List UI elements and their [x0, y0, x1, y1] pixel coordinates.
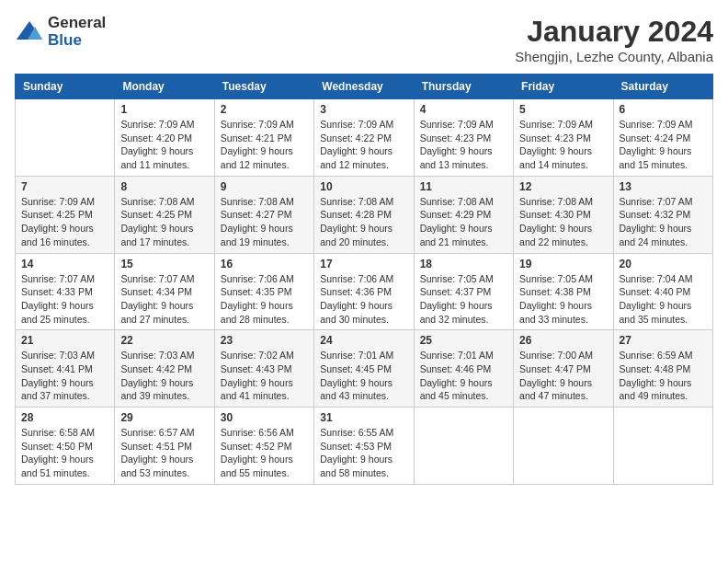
weekday-header-friday: Friday [514, 75, 613, 99]
day-number: 20 [620, 258, 707, 270]
day-info: Sunrise: 7:09 AM Sunset: 4:21 PM Dayligh… [221, 118, 308, 172]
calendar-cell: 29Sunrise: 6:57 AM Sunset: 4:51 PM Dayli… [115, 408, 214, 485]
day-number: 8 [120, 180, 208, 193]
weekday-header-tuesday: Tuesday [214, 75, 313, 99]
logo-icon [15, 19, 44, 45]
day-number: 29 [120, 411, 208, 424]
day-info: Sunrise: 7:09 AM Sunset: 4:20 PM Dayligh… [120, 118, 208, 172]
weekday-header-wednesday: Wednesday [314, 75, 414, 99]
calendar-cell: 8Sunrise: 7:08 AM Sunset: 4:25 PM Daylig… [115, 176, 214, 253]
calendar-cell: 24Sunrise: 7:01 AM Sunset: 4:45 PM Dayli… [314, 330, 414, 408]
calendar-cell: 5Sunrise: 7:09 AM Sunset: 4:23 PM Daylig… [514, 99, 613, 177]
page-header: General Blue January 2024 Shengjin, Lezh… [15, 15, 713, 64]
day-info: Sunrise: 7:07 AM Sunset: 4:33 PM Dayligh… [21, 272, 108, 327]
calendar-cell: 12Sunrise: 7:08 AM Sunset: 4:30 PM Dayli… [514, 176, 613, 253]
calendar-cell: 27Sunrise: 6:59 AM Sunset: 4:48 PM Dayli… [613, 330, 712, 408]
day-info: Sunrise: 7:00 AM Sunset: 4:47 PM Dayligh… [519, 349, 607, 403]
day-info: Sunrise: 7:08 AM Sunset: 4:29 PM Dayligh… [420, 195, 507, 249]
calendar-cell: 30Sunrise: 6:56 AM Sunset: 4:52 PM Dayli… [214, 408, 313, 485]
day-info: Sunrise: 7:06 AM Sunset: 4:35 PM Dayligh… [221, 272, 308, 327]
day-number: 14 [21, 258, 108, 270]
day-info: Sunrise: 7:09 AM Sunset: 4:25 PM Dayligh… [21, 195, 108, 249]
day-info: Sunrise: 7:05 AM Sunset: 4:37 PM Dayligh… [420, 272, 507, 327]
day-info: Sunrise: 7:09 AM Sunset: 4:23 PM Dayligh… [519, 118, 607, 172]
day-info: Sunrise: 6:59 AM Sunset: 4:48 PM Dayligh… [620, 349, 707, 403]
calendar-cell: 10Sunrise: 7:08 AM Sunset: 4:28 PM Dayli… [314, 176, 414, 253]
calendar-cell: 18Sunrise: 7:05 AM Sunset: 4:37 PM Dayli… [414, 253, 513, 330]
day-number: 10 [320, 180, 407, 193]
calendar-cell: 1Sunrise: 7:09 AM Sunset: 4:20 PM Daylig… [115, 99, 214, 177]
logo-text: General Blue [48, 15, 106, 49]
day-info: Sunrise: 7:07 AM Sunset: 4:32 PM Dayligh… [620, 195, 707, 249]
day-number: 16 [221, 258, 308, 270]
calendar-cell: 23Sunrise: 7:02 AM Sunset: 4:43 PM Dayli… [214, 330, 313, 408]
day-number: 3 [320, 103, 407, 116]
day-info: Sunrise: 7:02 AM Sunset: 4:43 PM Dayligh… [221, 349, 308, 403]
logo-blue-text: Blue [48, 32, 106, 50]
calendar-cell [613, 408, 712, 485]
day-number: 23 [221, 334, 308, 347]
day-info: Sunrise: 7:08 AM Sunset: 4:25 PM Dayligh… [120, 195, 208, 249]
calendar-cell: 6Sunrise: 7:09 AM Sunset: 4:24 PM Daylig… [613, 99, 712, 177]
calendar-cell: 31Sunrise: 6:55 AM Sunset: 4:53 PM Dayli… [314, 408, 414, 485]
day-number: 4 [420, 103, 507, 116]
day-number: 24 [320, 334, 407, 347]
calendar-cell: 22Sunrise: 7:03 AM Sunset: 4:42 PM Dayli… [115, 330, 214, 408]
day-number: 5 [519, 103, 607, 116]
day-number: 18 [420, 258, 507, 270]
day-number: 25 [420, 334, 507, 347]
day-number: 30 [221, 411, 308, 424]
calendar-cell: 17Sunrise: 7:06 AM Sunset: 4:36 PM Dayli… [314, 253, 414, 330]
day-info: Sunrise: 7:09 AM Sunset: 4:24 PM Dayligh… [620, 118, 707, 172]
day-number: 2 [221, 103, 308, 116]
day-info: Sunrise: 6:58 AM Sunset: 4:50 PM Dayligh… [21, 426, 108, 480]
calendar-cell: 28Sunrise: 6:58 AM Sunset: 4:50 PM Dayli… [16, 408, 115, 485]
day-number: 7 [21, 180, 108, 193]
calendar-week-4: 21Sunrise: 7:03 AM Sunset: 4:41 PM Dayli… [16, 330, 713, 408]
calendar-cell: 20Sunrise: 7:04 AM Sunset: 4:40 PM Dayli… [613, 253, 712, 330]
weekday-header-saturday: Saturday [613, 75, 712, 99]
day-info: Sunrise: 7:08 AM Sunset: 4:30 PM Dayligh… [519, 195, 607, 249]
calendar-cell: 21Sunrise: 7:03 AM Sunset: 4:41 PM Dayli… [16, 330, 115, 408]
calendar-week-2: 7Sunrise: 7:09 AM Sunset: 4:25 PM Daylig… [16, 176, 713, 253]
calendar-cell: 3Sunrise: 7:09 AM Sunset: 4:22 PM Daylig… [314, 99, 414, 177]
day-info: Sunrise: 7:05 AM Sunset: 4:38 PM Dayligh… [519, 272, 607, 327]
day-info: Sunrise: 7:09 AM Sunset: 4:23 PM Dayligh… [420, 118, 507, 172]
logo: General Blue [15, 15, 106, 49]
calendar-cell: 9Sunrise: 7:08 AM Sunset: 4:27 PM Daylig… [214, 176, 313, 253]
day-info: Sunrise: 7:03 AM Sunset: 4:41 PM Dayligh… [21, 349, 108, 403]
day-number: 11 [420, 180, 507, 193]
weekday-header-thursday: Thursday [414, 75, 513, 99]
day-info: Sunrise: 6:55 AM Sunset: 4:53 PM Dayligh… [320, 426, 407, 480]
day-number: 28 [21, 411, 108, 424]
title-block: January 2024 Shengjin, Lezhe County, Alb… [515, 15, 713, 64]
day-number: 26 [519, 334, 607, 347]
calendar-cell: 13Sunrise: 7:07 AM Sunset: 4:32 PM Dayli… [613, 176, 712, 253]
day-info: Sunrise: 7:08 AM Sunset: 4:28 PM Dayligh… [320, 195, 407, 249]
calendar-cell: 25Sunrise: 7:01 AM Sunset: 4:46 PM Dayli… [414, 330, 513, 408]
day-info: Sunrise: 6:57 AM Sunset: 4:51 PM Dayligh… [120, 426, 208, 480]
day-info: Sunrise: 7:01 AM Sunset: 4:46 PM Dayligh… [420, 349, 507, 403]
calendar-cell: 2Sunrise: 7:09 AM Sunset: 4:21 PM Daylig… [214, 99, 313, 177]
calendar-cell: 4Sunrise: 7:09 AM Sunset: 4:23 PM Daylig… [414, 99, 513, 177]
weekday-header-monday: Monday [115, 75, 214, 99]
day-number: 12 [519, 180, 607, 193]
calendar-cell: 7Sunrise: 7:09 AM Sunset: 4:25 PM Daylig… [16, 176, 115, 253]
day-number: 9 [221, 180, 308, 193]
day-info: Sunrise: 7:06 AM Sunset: 4:36 PM Dayligh… [320, 272, 407, 327]
day-info: Sunrise: 7:01 AM Sunset: 4:45 PM Dayligh… [320, 349, 407, 403]
location-title: Shengjin, Lezhe County, Albania [515, 49, 713, 64]
day-number: 19 [519, 258, 607, 270]
calendar-cell: 15Sunrise: 7:07 AM Sunset: 4:34 PM Dayli… [115, 253, 214, 330]
calendar-week-1: 1Sunrise: 7:09 AM Sunset: 4:20 PM Daylig… [16, 99, 713, 177]
calendar-cell: 26Sunrise: 7:00 AM Sunset: 4:47 PM Dayli… [514, 330, 613, 408]
day-number: 17 [320, 258, 407, 270]
day-number: 27 [620, 334, 707, 347]
calendar-cell: 14Sunrise: 7:07 AM Sunset: 4:33 PM Dayli… [16, 253, 115, 330]
day-number: 21 [21, 334, 108, 347]
calendar-cell: 16Sunrise: 7:06 AM Sunset: 4:35 PM Dayli… [214, 253, 313, 330]
month-title: January 2024 [515, 15, 713, 49]
calendar-week-3: 14Sunrise: 7:07 AM Sunset: 4:33 PM Dayli… [16, 253, 713, 330]
calendar-cell: 19Sunrise: 7:05 AM Sunset: 4:38 PM Dayli… [514, 253, 613, 330]
calendar-cell [514, 408, 613, 485]
